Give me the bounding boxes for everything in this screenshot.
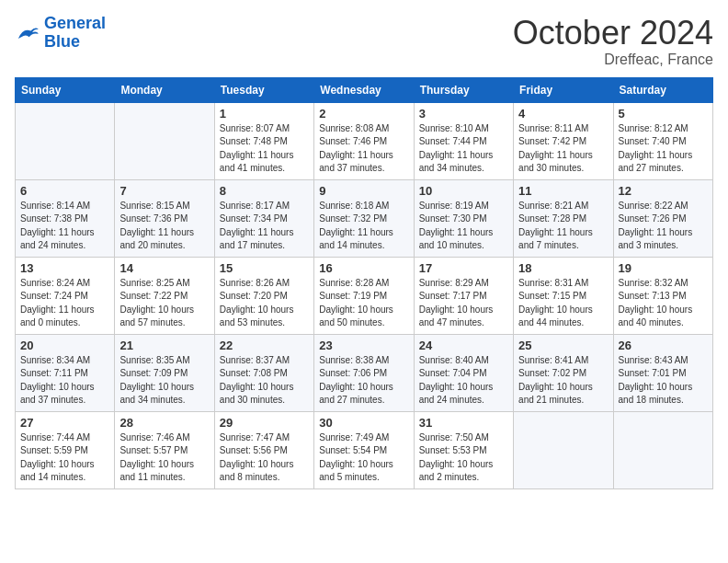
day-info: Sunrise: 7:50 AM Sunset: 5:53 PM Dayligh… bbox=[419, 431, 508, 485]
day-number: 9 bbox=[319, 184, 408, 198]
day-info: Sunrise: 8:31 AM Sunset: 7:15 PM Dayligh… bbox=[518, 277, 608, 330]
page-header: General Blue October 2024 Dreffeac, Fran… bbox=[15, 15, 713, 68]
day-info: Sunrise: 8:38 AM Sunset: 7:06 PM Dayligh… bbox=[319, 354, 408, 408]
day-info: Sunrise: 8:19 AM Sunset: 7:30 PM Dayligh… bbox=[419, 200, 508, 253]
day-number: 29 bbox=[220, 416, 309, 430]
day-info: Sunrise: 7:44 AM Sunset: 5:59 PM Dayligh… bbox=[20, 431, 109, 485]
day-number: 6 bbox=[20, 184, 109, 198]
day-info: Sunrise: 8:24 AM Sunset: 7:24 PM Dayligh… bbox=[20, 277, 109, 330]
logo-text: General Blue bbox=[44, 15, 106, 52]
day-number: 19 bbox=[619, 261, 708, 275]
location: Dreffeac, France bbox=[513, 52, 713, 68]
day-info: Sunrise: 8:10 AM Sunset: 7:44 PM Dayligh… bbox=[419, 122, 508, 176]
calendar-cell: 25Sunrise: 8:41 AM Sunset: 7:02 PM Dayli… bbox=[514, 334, 613, 411]
calendar-cell: 3Sunrise: 8:10 AM Sunset: 7:44 PM Daylig… bbox=[414, 102, 513, 179]
day-number: 10 bbox=[419, 184, 508, 198]
calendar-week-row: 6Sunrise: 8:14 AM Sunset: 7:38 PM Daylig… bbox=[16, 179, 713, 257]
weekday-header: Tuesday bbox=[214, 77, 313, 102]
day-info: Sunrise: 8:25 AM Sunset: 7:22 PM Dayligh… bbox=[119, 277, 209, 330]
weekday-header: Wednesday bbox=[314, 77, 414, 102]
calendar-table: SundayMondayTuesdayWednesdayThursdayFrid… bbox=[15, 77, 713, 489]
day-info: Sunrise: 8:07 AM Sunset: 7:48 PM Dayligh… bbox=[220, 122, 309, 176]
calendar-cell: 19Sunrise: 8:32 AM Sunset: 7:13 PM Dayli… bbox=[613, 257, 712, 334]
calendar-cell: 24Sunrise: 8:40 AM Sunset: 7:04 PM Dayli… bbox=[414, 334, 513, 411]
day-number: 22 bbox=[220, 339, 309, 352]
calendar-week-row: 20Sunrise: 8:34 AM Sunset: 7:11 PM Dayli… bbox=[16, 334, 713, 411]
day-info: Sunrise: 7:46 AM Sunset: 5:57 PM Dayligh… bbox=[119, 431, 209, 485]
day-info: Sunrise: 8:41 AM Sunset: 7:02 PM Dayligh… bbox=[518, 354, 608, 408]
day-number: 28 bbox=[119, 416, 209, 430]
day-info: Sunrise: 8:26 AM Sunset: 7:20 PM Dayligh… bbox=[220, 277, 309, 330]
calendar-cell bbox=[16, 102, 115, 179]
weekday-header: Sunday bbox=[16, 77, 115, 102]
calendar-cell: 27Sunrise: 7:44 AM Sunset: 5:59 PM Dayli… bbox=[16, 411, 115, 488]
calendar-cell: 23Sunrise: 8:38 AM Sunset: 7:06 PM Dayli… bbox=[314, 334, 414, 411]
weekday-header: Friday bbox=[514, 77, 613, 102]
calendar-cell: 26Sunrise: 8:43 AM Sunset: 7:01 PM Dayli… bbox=[613, 334, 712, 411]
weekday-header: Monday bbox=[115, 77, 214, 102]
calendar-cell: 12Sunrise: 8:22 AM Sunset: 7:26 PM Dayli… bbox=[613, 179, 712, 257]
calendar-week-row: 13Sunrise: 8:24 AM Sunset: 7:24 PM Dayli… bbox=[16, 257, 713, 334]
calendar-week-row: 27Sunrise: 7:44 AM Sunset: 5:59 PM Dayli… bbox=[16, 411, 713, 488]
day-number: 26 bbox=[619, 339, 708, 352]
day-info: Sunrise: 8:43 AM Sunset: 7:01 PM Dayligh… bbox=[619, 354, 708, 408]
logo: General Blue bbox=[15, 15, 106, 52]
calendar-cell: 7Sunrise: 8:15 AM Sunset: 7:36 PM Daylig… bbox=[115, 179, 214, 257]
day-info: Sunrise: 8:12 AM Sunset: 7:40 PM Dayligh… bbox=[619, 122, 708, 176]
day-number: 31 bbox=[419, 416, 508, 430]
calendar-cell: 17Sunrise: 8:29 AM Sunset: 7:17 PM Dayli… bbox=[414, 257, 513, 334]
calendar-cell: 20Sunrise: 8:34 AM Sunset: 7:11 PM Dayli… bbox=[16, 334, 115, 411]
day-number: 23 bbox=[319, 339, 408, 352]
day-info: Sunrise: 8:40 AM Sunset: 7:04 PM Dayligh… bbox=[419, 354, 508, 408]
month-title: October 2024 bbox=[513, 15, 713, 52]
calendar-cell bbox=[115, 102, 214, 179]
day-number: 13 bbox=[20, 261, 109, 275]
calendar-cell: 22Sunrise: 8:37 AM Sunset: 7:08 PM Dayli… bbox=[214, 334, 313, 411]
calendar-cell: 4Sunrise: 8:11 AM Sunset: 7:42 PM Daylig… bbox=[514, 102, 613, 179]
day-number: 5 bbox=[619, 107, 708, 121]
day-info: Sunrise: 8:08 AM Sunset: 7:46 PM Dayligh… bbox=[319, 122, 408, 176]
day-info: Sunrise: 8:32 AM Sunset: 7:13 PM Dayligh… bbox=[619, 277, 708, 330]
day-info: Sunrise: 8:37 AM Sunset: 7:08 PM Dayligh… bbox=[220, 354, 309, 408]
calendar-cell: 6Sunrise: 8:14 AM Sunset: 7:38 PM Daylig… bbox=[16, 179, 115, 257]
day-number: 15 bbox=[220, 261, 309, 275]
calendar-cell: 16Sunrise: 8:28 AM Sunset: 7:19 PM Dayli… bbox=[314, 257, 414, 334]
day-number: 18 bbox=[518, 261, 608, 275]
calendar-cell: 21Sunrise: 8:35 AM Sunset: 7:09 PM Dayli… bbox=[115, 334, 214, 411]
day-number: 21 bbox=[119, 339, 209, 352]
day-info: Sunrise: 7:47 AM Sunset: 5:56 PM Dayligh… bbox=[220, 431, 309, 485]
calendar-cell: 18Sunrise: 8:31 AM Sunset: 7:15 PM Dayli… bbox=[514, 257, 613, 334]
day-number: 3 bbox=[419, 107, 508, 121]
day-number: 17 bbox=[419, 261, 508, 275]
calendar-cell: 1Sunrise: 8:07 AM Sunset: 7:48 PM Daylig… bbox=[214, 102, 313, 179]
calendar-cell: 29Sunrise: 7:47 AM Sunset: 5:56 PM Dayli… bbox=[214, 411, 313, 488]
day-info: Sunrise: 8:18 AM Sunset: 7:32 PM Dayligh… bbox=[319, 200, 408, 253]
day-number: 4 bbox=[518, 107, 608, 121]
calendar-cell bbox=[613, 411, 712, 488]
day-info: Sunrise: 8:15 AM Sunset: 7:36 PM Dayligh… bbox=[119, 200, 209, 253]
day-info: Sunrise: 8:29 AM Sunset: 7:17 PM Dayligh… bbox=[419, 277, 508, 330]
day-number: 14 bbox=[119, 261, 209, 275]
calendar-cell: 11Sunrise: 8:21 AM Sunset: 7:28 PM Dayli… bbox=[514, 179, 613, 257]
calendar-cell: 15Sunrise: 8:26 AM Sunset: 7:20 PM Dayli… bbox=[214, 257, 313, 334]
title-block: October 2024 Dreffeac, France bbox=[513, 15, 713, 68]
day-info: Sunrise: 8:34 AM Sunset: 7:11 PM Dayligh… bbox=[20, 354, 109, 408]
day-info: Sunrise: 8:22 AM Sunset: 7:26 PM Dayligh… bbox=[619, 200, 708, 253]
weekday-header: Saturday bbox=[613, 77, 712, 102]
calendar-cell: 30Sunrise: 7:49 AM Sunset: 5:54 PM Dayli… bbox=[314, 411, 414, 488]
day-number: 1 bbox=[220, 107, 309, 121]
calendar-week-row: 1Sunrise: 8:07 AM Sunset: 7:48 PM Daylig… bbox=[16, 102, 713, 179]
calendar-cell: 10Sunrise: 8:19 AM Sunset: 7:30 PM Dayli… bbox=[414, 179, 513, 257]
day-number: 25 bbox=[518, 339, 608, 352]
calendar-cell: 5Sunrise: 8:12 AM Sunset: 7:40 PM Daylig… bbox=[613, 102, 712, 179]
day-info: Sunrise: 7:49 AM Sunset: 5:54 PM Dayligh… bbox=[319, 431, 408, 485]
calendar-cell: 9Sunrise: 8:18 AM Sunset: 7:32 PM Daylig… bbox=[314, 179, 414, 257]
weekday-header: Thursday bbox=[414, 77, 513, 102]
day-info: Sunrise: 8:35 AM Sunset: 7:09 PM Dayligh… bbox=[119, 354, 209, 408]
weekday-header-row: SundayMondayTuesdayWednesdayThursdayFrid… bbox=[16, 77, 713, 102]
day-number: 7 bbox=[119, 184, 209, 198]
calendar-cell: 14Sunrise: 8:25 AM Sunset: 7:22 PM Dayli… bbox=[115, 257, 214, 334]
day-info: Sunrise: 8:14 AM Sunset: 7:38 PM Dayligh… bbox=[20, 200, 109, 253]
calendar-cell: 2Sunrise: 8:08 AM Sunset: 7:46 PM Daylig… bbox=[314, 102, 414, 179]
logo-icon bbox=[15, 23, 40, 43]
